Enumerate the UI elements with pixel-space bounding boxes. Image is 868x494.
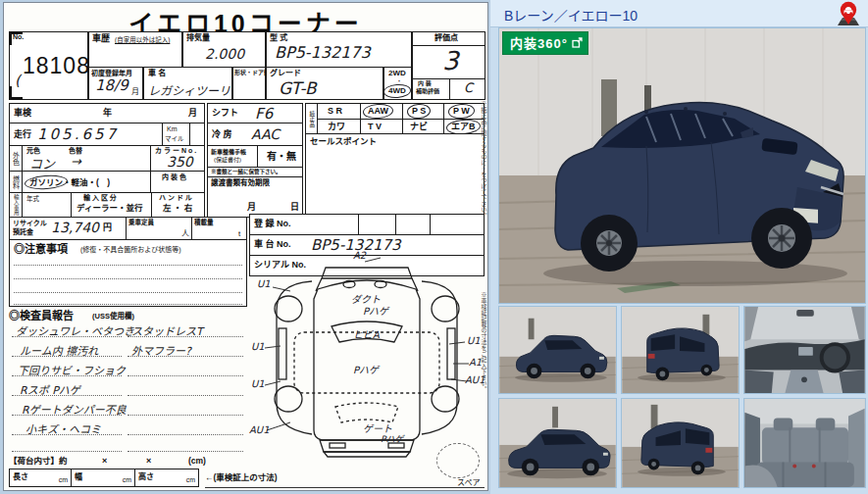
divider <box>443 104 444 133</box>
length-cm: cm <box>59 476 68 484</box>
divider <box>150 146 151 171</box>
transfer-label: 譲渡書類有効期限 <box>211 179 270 187</box>
auction-sheet-paper: イエロ10コーナー No. 18108 ( 車歴 (自家用以外は記入) 排気量 … <box>3 2 488 491</box>
transfer-box: 譲渡書類有効期限 月 日 <box>207 176 303 218</box>
diagram-mark-gate2: Pハゲ <box>381 434 405 444</box>
divider <box>191 218 192 239</box>
dotted-line <box>14 304 242 305</box>
recycle-value: 13,740 <box>51 220 99 235</box>
inspector-note: Rスポ Pハゲ <box>20 381 80 397</box>
interior-score-label: 内 装 <box>418 80 432 87</box>
color-section-label: 外色 <box>10 146 23 171</box>
diagram-mark-right1: U1 <box>467 335 481 346</box>
book-label2: (保証書付) <box>214 157 241 164</box>
mile-label: マイル <box>165 135 184 142</box>
inspector-note: 下回りサビ・フショク <box>18 362 126 377</box>
height-cm: cm <box>186 476 195 484</box>
inspector-note: スタッドレスT <box>131 322 203 338</box>
model-code-box: 型 式 BP5-132173 <box>266 31 412 68</box>
photo-panel: Bレーン／イエロー10 <box>490 0 868 494</box>
dims-note: ←(車検証上の寸法) <box>205 473 278 482</box>
divider <box>162 124 163 145</box>
thumb-photo-dashboard[interactable] <box>743 306 866 394</box>
cargo-x1: × <box>102 457 107 467</box>
interior-color-label: 内 装 色 <box>162 173 186 181</box>
dotted-line <box>128 451 243 452</box>
diagram-mark-left2: U1 <box>251 341 265 352</box>
car-location-icon[interactable] <box>834 1 863 26</box>
thumb-photo-rear-left[interactable] <box>621 306 740 394</box>
model-code-label: 型 式 <box>270 34 287 43</box>
sales-point-label: セールスポイント <box>310 137 377 146</box>
diagram-mark-gate1: ゲート <box>363 423 392 434</box>
inspector-label: ◎検査員報告 <box>9 310 74 321</box>
equip-kawa: カワ <box>328 123 345 132</box>
import-category-label: 輸 入 区 分 <box>83 194 117 202</box>
score-value: 3 <box>442 46 459 75</box>
sales-point-box: セールスポイント <box>305 133 485 218</box>
auction-listing-page: イエロ10コーナー No. 18108 ( 車歴 (自家用以外は記入) 排気量 … <box>0 0 868 494</box>
divider <box>126 218 127 239</box>
divider <box>151 193 152 217</box>
dotted-line <box>128 434 243 435</box>
model-code-value: BP5-132173 <box>275 43 371 62</box>
lane-title: Bレーン／イエロー10 <box>504 5 638 25</box>
first-reg-month: 月 <box>131 88 139 97</box>
inspector-note: ダッシュワレ・ベタつき <box>16 322 134 338</box>
transfer-day: 日 <box>290 203 299 213</box>
thumb-photo-front-left[interactable] <box>498 306 617 394</box>
corner-mark <box>9 86 12 100</box>
interior-score-value: C <box>464 80 473 95</box>
side-fine-print: ※車検証記載の寸法をご記入下さい。 <box>481 292 486 459</box>
grade-label: グレード <box>270 70 301 78</box>
thumb-photo-rear-seats[interactable] <box>743 398 866 488</box>
dotted-line <box>14 265 242 266</box>
diagram-mark-hood1: ダクト <box>351 294 381 305</box>
interior-360-button[interactable]: 内装360° <box>502 31 588 55</box>
capacity-label: 乗車定員 <box>128 219 154 225</box>
cargo-label: 【荷台内寸】約 <box>9 457 68 466</box>
divider <box>205 487 485 488</box>
dotted-line <box>128 395 243 396</box>
shaken-box: 車検 年 月 <box>9 103 205 124</box>
import-box: 輸入車用 年式 輸 入 区 分 ディーラー・並行 ハ ン ド ル 左 ・ 右 <box>9 192 205 218</box>
length-box: 長さ cm <box>9 469 72 487</box>
divider <box>360 104 361 133</box>
import-section-label: 輸入車用 <box>10 193 23 217</box>
load-label: 積載量 <box>194 219 214 225</box>
maintenance-book-box: 新車整備手帳 (保証書付) 有・無 <box>207 145 303 168</box>
main-photo[interactable]: 内装360° <box>498 27 866 304</box>
mileage-box: 走行 105.657 Km マイル <box>9 123 205 146</box>
capacity-unit: 人 <box>181 230 189 239</box>
dotted-line <box>128 415 243 416</box>
lane-header: Bレーン／イエロー10 <box>490 0 868 27</box>
thumb-photo-rear-right[interactable] <box>621 398 740 488</box>
color-box: 外色 元色 色替 コン → カラーNo. 350 <box>9 145 205 172</box>
ac-box: 冷 房 AAC <box>207 123 303 146</box>
book-label1: 新車整備手帳 <box>211 149 246 156</box>
shift-label: シフト <box>212 109 238 119</box>
inspector-note: 外マフラー? <box>131 342 191 358</box>
load-unit: t <box>238 230 240 239</box>
mileage-value: 105.657 <box>37 125 119 143</box>
recycle-label2: 預託金 <box>13 228 33 236</box>
history-label: 車歴 <box>92 34 110 44</box>
spare-tire-circle <box>436 443 480 478</box>
yen-label: 円 <box>103 223 112 233</box>
width-box: 幅 cm <box>71 469 135 487</box>
score-label: 評価点 <box>434 34 458 43</box>
no-label: No. <box>13 33 24 41</box>
hand-paren: ( <box>15 72 21 89</box>
displacement-box: 排気量 2.000 <box>182 31 266 68</box>
shift-box: シフト F6 <box>207 103 303 124</box>
damage-diagram: A2 ダクト Pハゲ ヒビA Pハゲ ゲート Pハゲ U1 U1 U1 AU1 … <box>247 238 486 458</box>
color-no-value: 350 <box>167 154 193 170</box>
height-box: 高さ cm <box>134 469 199 487</box>
cargo-x2: × <box>146 457 151 467</box>
divider <box>449 78 450 99</box>
diagram-mark-windshield: ヒビA <box>353 329 380 340</box>
thumb-photo-front-low[interactable] <box>498 398 617 488</box>
interior-360-label: 内装360° <box>510 33 568 52</box>
main-photo-image <box>499 28 865 303</box>
divider <box>257 146 258 167</box>
